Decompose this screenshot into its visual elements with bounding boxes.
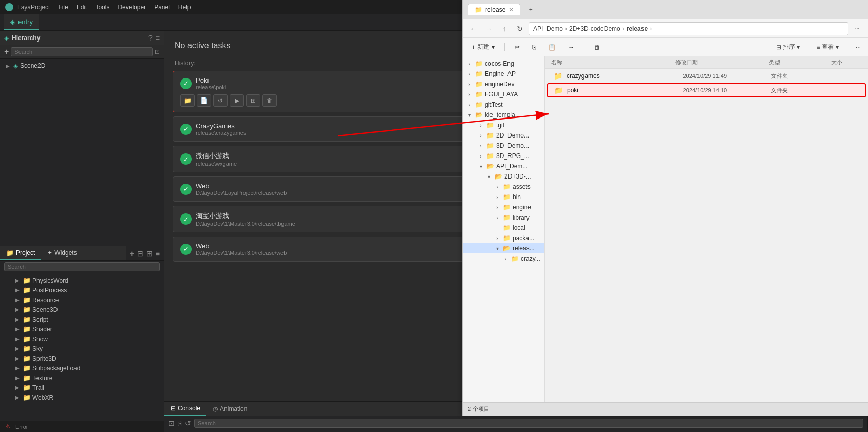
console-tab[interactable]: ⊟ Console <box>164 402 206 416</box>
project-item-sprite3d[interactable]: ▶ 📁 Sprite3D <box>0 354 164 363</box>
grid-icon[interactable]: ⊞ <box>146 249 153 258</box>
animation-tab[interactable]: ◷ Animation <box>206 402 253 416</box>
task-open-folder-btn[interactable]: 📁 <box>180 94 195 107</box>
folder-icon: 📁 <box>23 296 31 304</box>
fe-toolbar: + 新建 ▾ ✂ ⎘ 📋 → 🗑 ⊟ 排序 ▾ ≡ 查看 ▾ <box>463 38 868 56</box>
console-search-input[interactable] <box>194 419 863 428</box>
tree-item-label: crazy... <box>521 255 540 262</box>
fe-tree-local[interactable]: 📁 local <box>463 223 544 233</box>
menu-edit[interactable]: Edit <box>77 4 87 11</box>
task-grid-btn[interactable]: ⊞ <box>246 94 260 107</box>
project-menu-icon[interactable]: ≡ <box>156 249 160 258</box>
fe-tree-2d3d[interactable]: ▾ 📂 2D+3D-... <box>463 171 544 182</box>
fe-delete-button[interactable]: 🗑 <box>590 42 605 53</box>
project-item-physicsword[interactable]: ▶ 📁 PhysicsWord <box>0 276 164 285</box>
project-item-script[interactable]: ▶ 📁 Script <box>0 315 164 324</box>
task-refresh-btn[interactable]: ↺ <box>213 94 228 107</box>
fe-new-button[interactable]: + 新建 ▾ <box>467 41 499 53</box>
fe-tree-bin[interactable]: › 📁 bin <box>463 192 544 202</box>
project-item-trail[interactable]: ▶ 📁 Trail <box>0 383 164 392</box>
menu-developer[interactable]: Developer <box>118 4 146 11</box>
bread-api-demo[interactable]: API_Demo <box>533 25 563 32</box>
fe-sort-button[interactable]: ⊟ 排序 ▾ <box>773 41 803 53</box>
project-item-resource[interactable]: ▶ 📁 Resource <box>0 295 164 305</box>
project-item-texture[interactable]: ▶ 📁 Texture <box>0 373 164 383</box>
fe-more-button[interactable]: ··· <box>853 42 864 52</box>
fe-tree-fgui[interactable]: › 📁 FGUI_LAYA <box>463 89 544 100</box>
fe-tree-3drpg[interactable]: › 📁 3D_RPG_... <box>463 151 544 161</box>
project-item-sky[interactable]: ▶ 📁 Sky <box>0 344 164 354</box>
tree-item-label: 2D_Demo... <box>496 132 529 139</box>
project-item-webxr[interactable]: ▶ 📁 WebXR <box>0 392 164 402</box>
tree-item-label: engineDev <box>485 81 514 88</box>
fe-tree-cocos[interactable]: › 📁 cocos-Eng <box>463 58 544 69</box>
folder-icon: 📂 <box>486 163 494 170</box>
fe-tree-packa[interactable]: › 📁 packa... <box>463 233 544 243</box>
fe-tree-2ddemo[interactable]: › 📁 2D_Demo... <box>463 130 544 141</box>
tree-item-scene2d[interactable]: ▶ ◈ Scene2D <box>0 61 164 70</box>
fe-list-item-poki[interactable]: 📁 poki 2024/10/29 14:10 文件夹 <box>547 83 866 97</box>
fe-tree-crazy[interactable]: › 📁 crazy... <box>463 253 544 264</box>
project-search-input[interactable] <box>4 262 160 271</box>
fe-tree-library[interactable]: › 📁 library <box>463 212 544 223</box>
hierarchy-menu-icon[interactable]: ≡ <box>156 34 160 42</box>
fe-tree-3ddemo[interactable]: › 📁 3D_Demo... <box>463 141 544 151</box>
menu-help[interactable]: Help <box>178 4 191 11</box>
project-item-shader[interactable]: ▶ 📁 Shader <box>0 324 164 334</box>
fe-cut-button[interactable]: ✂ <box>510 42 524 53</box>
fe-tree-enginedev[interactable]: › 📁 engineDev <box>463 79 544 89</box>
hierarchy-search-input[interactable] <box>11 47 153 56</box>
task-delete-btn[interactable]: 🗑 <box>262 94 277 107</box>
fe-move-button[interactable]: → <box>563 42 579 53</box>
tab-widgets[interactable]: ✦ Widgets <box>41 246 83 260</box>
project-item-scene3d[interactable]: ▶ 📁 Scene3D <box>0 305 164 315</box>
bread-2d3d[interactable]: 2D+3D-codeDemo <box>569 25 620 32</box>
fe-view-button[interactable]: ≡ 查看 ▾ <box>814 41 842 53</box>
fe-up-button[interactable]: ↑ <box>498 22 511 35</box>
fe-tree-engine[interactable]: › 📁 engine <box>463 202 544 212</box>
fe-copy-button[interactable]: ⎘ <box>527 42 540 53</box>
bread-release[interactable]: release <box>627 25 648 32</box>
expand-icon: › <box>494 205 501 210</box>
folder-icon: 📁 <box>23 277 31 284</box>
fe-tree-gitTest[interactable]: › 📁 gitTest <box>463 100 544 110</box>
fe-nav-more-button[interactable]: ··· <box>851 22 864 35</box>
expand-icon: › <box>494 235 501 241</box>
task-path: release\crazygames <box>196 130 246 136</box>
fe-tree-assets[interactable]: › 📁 assets <box>463 182 544 192</box>
filter-icon[interactable]: ⊟ <box>137 249 143 258</box>
console-refresh-icon[interactable]: ↺ <box>185 419 191 427</box>
tab-project[interactable]: 📁 Project <box>0 246 41 260</box>
fe-tree-engine-ap[interactable]: › 📁 Engine_AP <box>463 69 544 79</box>
fe-tab-release[interactable]: 📁 release ✕ <box>468 4 520 15</box>
console-clear-icon[interactable]: ⊡ <box>168 419 175 427</box>
fe-tree-ide-templ[interactable]: ▾ 📂 ide_templa... <box>463 110 544 120</box>
fe-tree-git[interactable]: › 📁 .git <box>463 120 544 130</box>
fe-new-tab-button[interactable]: + <box>524 4 537 16</box>
menu-file[interactable]: File <box>58 4 68 11</box>
folder-icon: 📁 <box>511 255 519 262</box>
fe-list-item-crazygames[interactable]: 📁 crazygames 2024/10/29 11:49 文件夹 <box>547 69 866 83</box>
console-copy-icon[interactable]: ⎘ <box>178 419 182 427</box>
project-item-show[interactable]: ▶ 📁 Show <box>0 334 164 344</box>
project-item-postprocess[interactable]: ▶ 📁 PostProcess <box>0 285 164 295</box>
fe-paste-button[interactable]: 📋 <box>543 42 560 53</box>
add-project-button[interactable]: + <box>130 249 134 258</box>
file-explorer-window: 📁 release ✕ + ← → ↑ ↻ API_Demo › 2D+3D-c… <box>462 0 868 416</box>
col-type-header: 类型 <box>769 58 831 66</box>
menu-tools[interactable]: Tools <box>95 4 109 11</box>
fe-tree-api-demo[interactable]: ▾ 📂 API_Dem... <box>463 161 544 171</box>
hierarchy-help-icon[interactable]: ? <box>148 34 153 42</box>
fe-refresh-button[interactable]: ↻ <box>513 22 526 35</box>
task-success-icon: ✓ <box>180 244 192 255</box>
fe-tree-release[interactable]: ▾ 📂 releas... <box>463 243 544 253</box>
task-run-btn[interactable]: ▶ <box>230 94 244 107</box>
hierarchy-layout-icon[interactable]: ⊡ <box>155 48 160 55</box>
project-item-subpackageload[interactable]: ▶ 📁 SubpackageLoad <box>0 363 164 373</box>
hierarchy-add-button[interactable]: + <box>4 48 9 56</box>
entry-tab[interactable]: ◈ entry <box>4 14 39 30</box>
tree-item-label: cocos-Eng <box>485 60 514 67</box>
task-file-btn[interactable]: 📄 <box>197 94 211 107</box>
fe-close-tab-button[interactable]: ✕ <box>508 6 514 13</box>
menu-panel[interactable]: Panel <box>154 4 170 11</box>
